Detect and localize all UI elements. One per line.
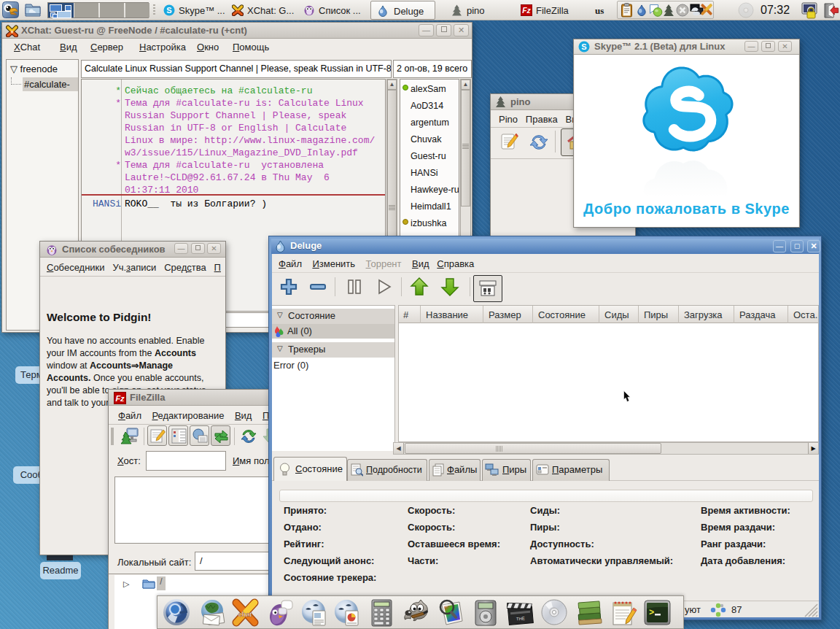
svg-text:S: S (581, 42, 586, 51)
svg-text:S: S (166, 6, 171, 15)
svg-text:>: > (649, 608, 654, 618)
svg-text:chat: chat (238, 611, 252, 618)
svg-text:THE: THE (516, 616, 525, 621)
svg-text:Fz: Fz (522, 7, 531, 15)
svg-text:Fz: Fz (115, 394, 125, 403)
